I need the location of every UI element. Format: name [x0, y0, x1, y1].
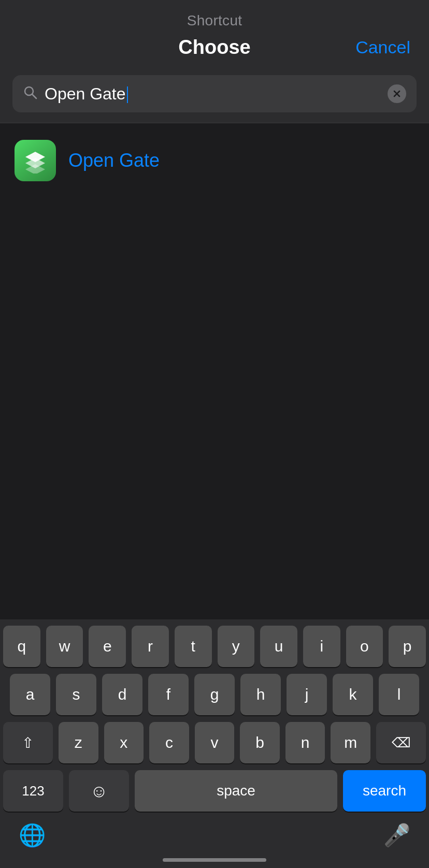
key-h[interactable]: h	[240, 674, 281, 715]
keyboard: q w e r t y u i o p a s d f g h j k l ⇧ …	[0, 619, 429, 868]
space-key[interactable]: space	[135, 770, 337, 812]
content-area	[0, 198, 429, 529]
numbers-key[interactable]: 123	[3, 770, 63, 812]
key-x[interactable]: x	[104, 722, 144, 763]
key-v[interactable]: v	[195, 722, 235, 763]
key-y[interactable]: y	[218, 626, 255, 667]
search-key[interactable]: search	[343, 770, 426, 812]
svg-marker-6	[25, 164, 45, 173]
key-b[interactable]: b	[240, 722, 280, 763]
key-q[interactable]: q	[3, 626, 40, 667]
microphone-key[interactable]: 🎤	[383, 822, 410, 848]
keyboard-row-4: 123 ☺ space search	[3, 770, 426, 812]
search-value: Open Gate	[45, 84, 126, 103]
search-icon	[23, 85, 37, 103]
results-list: Open Gate	[0, 123, 429, 198]
shift-key[interactable]: ⇧	[3, 722, 53, 763]
key-k[interactable]: k	[333, 674, 373, 715]
list-item[interactable]: Open Gate	[0, 132, 429, 190]
cursor	[127, 86, 128, 103]
key-p[interactable]: p	[389, 626, 426, 667]
key-f[interactable]: f	[148, 674, 189, 715]
backspace-key[interactable]: ⌫	[376, 722, 426, 763]
key-c[interactable]: c	[149, 722, 189, 763]
key-m[interactable]: m	[331, 722, 370, 763]
key-a[interactable]: a	[10, 674, 50, 715]
page-title: Choose	[178, 36, 250, 59]
home-indicator	[3, 858, 426, 868]
keyboard-row-3: ⇧ z x c v b n m ⌫	[3, 722, 426, 763]
key-z[interactable]: z	[59, 722, 98, 763]
app-icon	[15, 140, 56, 181]
keyboard-row-1: q w e r t y u i o p	[3, 626, 426, 667]
svg-line-1	[32, 94, 36, 98]
emoji-key[interactable]: ☺	[69, 770, 129, 812]
status-bar-title: Shortcut	[187, 12, 242, 29]
search-input[interactable]: Open Gate	[45, 84, 388, 104]
home-bar	[163, 858, 266, 862]
key-e[interactable]: e	[89, 626, 126, 667]
globe-key[interactable]: 🌐	[19, 822, 46, 848]
keyboard-row-2: a s d f g h j k l	[3, 674, 426, 715]
cancel-button[interactable]: Cancel	[355, 37, 410, 57]
key-t[interactable]: t	[175, 626, 212, 667]
key-n[interactable]: n	[285, 722, 325, 763]
key-j[interactable]: j	[287, 674, 327, 715]
status-bar: Shortcut	[0, 9, 429, 32]
key-d[interactable]: d	[102, 674, 142, 715]
result-label: Open Gate	[68, 150, 160, 171]
search-bar: Open Gate	[12, 75, 417, 112]
key-i[interactable]: i	[303, 626, 340, 667]
search-bar-container: Open Gate	[0, 68, 429, 123]
keyboard-bottom-row: 🌐 🎤	[3, 818, 426, 856]
key-w[interactable]: w	[46, 626, 83, 667]
key-u[interactable]: u	[260, 626, 297, 667]
clear-search-button[interactable]	[388, 84, 406, 103]
key-o[interactable]: o	[346, 626, 383, 667]
key-s[interactable]: s	[56, 674, 96, 715]
header: Shortcut Choose Cancel Open Gate	[0, 0, 429, 123]
key-g[interactable]: g	[194, 674, 235, 715]
key-r[interactable]: r	[132, 626, 169, 667]
nav-row: Choose Cancel	[0, 32, 429, 68]
key-l[interactable]: l	[379, 674, 419, 715]
